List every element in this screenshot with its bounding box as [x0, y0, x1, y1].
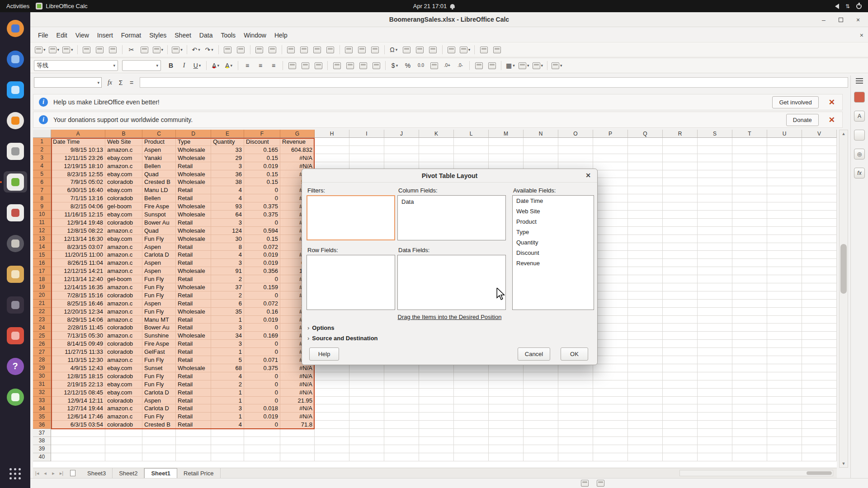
- cell-N37[interactable]: [524, 429, 558, 437]
- cell-E28[interactable]: 5: [211, 356, 244, 364]
- cell-R33[interactable]: [663, 397, 698, 405]
- activities-button[interactable]: Activities: [6, 3, 29, 9]
- cell-F7[interactable]: 0: [244, 186, 280, 194]
- headers-and-footers-button[interactable]: [446, 44, 458, 56]
- window-titlebar[interactable]: BoomerangSales.xlsx - LibreOffice Calc –…: [30, 12, 868, 27]
- cell-S17[interactable]: [698, 267, 732, 275]
- cell-P9[interactable]: [593, 202, 628, 211]
- cell-U24[interactable]: [767, 324, 802, 332]
- cell-K30[interactable]: [419, 372, 454, 380]
- cell-A30[interactable]: 12/8/15 18:15: [51, 372, 105, 380]
- cell-D2[interactable]: Wholesale: [176, 146, 211, 154]
- cell-U15[interactable]: [767, 251, 802, 259]
- cell-D38[interactable]: [176, 437, 211, 445]
- cell-S28[interactable]: [698, 356, 732, 364]
- wrap-text-button[interactable]: [331, 60, 343, 71]
- cell-F30[interactable]: 0: [244, 372, 280, 380]
- cell-K39[interactable]: [419, 445, 454, 453]
- cell-J2[interactable]: [384, 146, 419, 154]
- italic-button[interactable]: I: [178, 60, 190, 71]
- cell-C9[interactable]: Fire Aspe: [142, 202, 176, 211]
- cell-L34[interactable]: [454, 404, 489, 413]
- cell-S12[interactable]: [698, 227, 732, 235]
- cell-Q26[interactable]: [628, 340, 663, 348]
- cell-A32[interactable]: 12/12/15 08:45: [51, 389, 105, 397]
- column-header-I[interactable]: I: [349, 130, 384, 138]
- column-header-P[interactable]: P: [593, 130, 628, 138]
- cell-Q3[interactable]: [628, 154, 663, 162]
- row-header-21[interactable]: 21: [33, 300, 51, 308]
- cell-T29[interactable]: [732, 364, 767, 372]
- cell-N32[interactable]: [524, 389, 558, 397]
- cell-L33[interactable]: [454, 397, 489, 405]
- cell-A31[interactable]: 2/19/15 22:13: [51, 380, 105, 389]
- cell-A34[interactable]: 12/7/14 19:44: [51, 404, 105, 413]
- cell-E1[interactable]: Quantity: [211, 138, 244, 146]
- cell-E18[interactable]: 2: [211, 275, 244, 283]
- cell-R31[interactable]: [663, 380, 698, 389]
- align-center-button[interactable]: ≡: [255, 60, 266, 71]
- cell-D19[interactable]: Wholesale: [176, 283, 211, 291]
- cell-F25[interactable]: 0.169: [244, 332, 280, 340]
- cell-N40[interactable]: [524, 453, 558, 461]
- cell-S23[interactable]: [698, 316, 732, 324]
- cell-I32[interactable]: [349, 389, 384, 397]
- cell-C23[interactable]: Manu MT: [142, 316, 176, 324]
- cell-E27[interactable]: 1: [211, 348, 244, 356]
- vertical-scrollbar[interactable]: ▲ ▼: [839, 130, 848, 468]
- cell-D14[interactable]: Retail: [176, 243, 211, 251]
- cell-U28[interactable]: [767, 356, 802, 364]
- paste-button[interactable]: ▾: [152, 44, 165, 56]
- column-header-S[interactable]: S: [698, 130, 732, 138]
- formula-button[interactable]: =: [126, 77, 137, 88]
- cell-H34[interactable]: [315, 404, 349, 413]
- cell-P34[interactable]: [593, 404, 628, 413]
- cell-B22[interactable]: amazon.c: [105, 308, 142, 316]
- cell-G30[interactable]: #N/A: [280, 372, 315, 380]
- cell-F15[interactable]: 0.019: [244, 251, 280, 259]
- border-style-button[interactable]: ▾: [518, 60, 530, 71]
- properties-deck-icon[interactable]: [854, 92, 865, 103]
- cell-A2[interactable]: 9/8/15 10:13: [51, 146, 105, 154]
- cell-F22[interactable]: 0.16: [244, 308, 280, 316]
- cell-E8[interactable]: 4: [211, 194, 244, 202]
- font-name-combobox[interactable]: 等线 ▾: [34, 60, 118, 71]
- column-header-J[interactable]: J: [384, 130, 419, 138]
- cell-B35[interactable]: amazon.c: [105, 413, 142, 421]
- cell-F27[interactable]: 0: [244, 348, 280, 356]
- cell-V25[interactable]: [802, 332, 837, 340]
- cell-Q12[interactable]: [628, 227, 663, 235]
- cell-E38[interactable]: [211, 437, 244, 445]
- cell-R6[interactable]: [663, 178, 698, 186]
- cell-E9[interactable]: 93: [211, 202, 244, 211]
- cell-K2[interactable]: [419, 146, 454, 154]
- cell-D3[interactable]: Wholesale: [176, 154, 211, 162]
- cell-D40[interactable]: [176, 453, 211, 461]
- cell-U9[interactable]: [767, 202, 802, 211]
- cell-B26[interactable]: coloradob: [105, 340, 142, 348]
- cell-F29[interactable]: 0.375: [244, 364, 280, 372]
- cell-D11[interactable]: Retail: [176, 219, 211, 227]
- get-involved-button[interactable]: Get involved: [772, 96, 818, 108]
- cell-V15[interactable]: [802, 251, 837, 259]
- menu-edit[interactable]: Edit: [52, 30, 71, 40]
- horizontal-scrollbar[interactable]: [679, 470, 833, 476]
- cell-F5[interactable]: 0.15: [244, 170, 280, 178]
- cell-F3[interactable]: 0.15: [244, 154, 280, 162]
- cell-U14[interactable]: [767, 243, 802, 251]
- cell-C20[interactable]: Fun Fly: [142, 291, 176, 300]
- cell-M35[interactable]: [489, 413, 524, 421]
- cell-A38[interactable]: [51, 437, 105, 445]
- cell-T27[interactable]: [732, 348, 767, 356]
- cell-F33[interactable]: 0: [244, 397, 280, 405]
- cell-F9[interactable]: 0.375: [244, 202, 280, 211]
- cell-I39[interactable]: [349, 445, 384, 453]
- cell-K35[interactable]: [419, 413, 454, 421]
- cell-D36[interactable]: Retail: [176, 421, 211, 429]
- cell-U38[interactable]: [767, 437, 802, 445]
- cell-T38[interactable]: [732, 437, 767, 445]
- pivot-table-button[interactable]: [369, 44, 381, 56]
- cell-U3[interactable]: [767, 154, 802, 162]
- format-as-currency-button[interactable]: $▾: [389, 60, 401, 71]
- cell-V14[interactable]: [802, 243, 837, 251]
